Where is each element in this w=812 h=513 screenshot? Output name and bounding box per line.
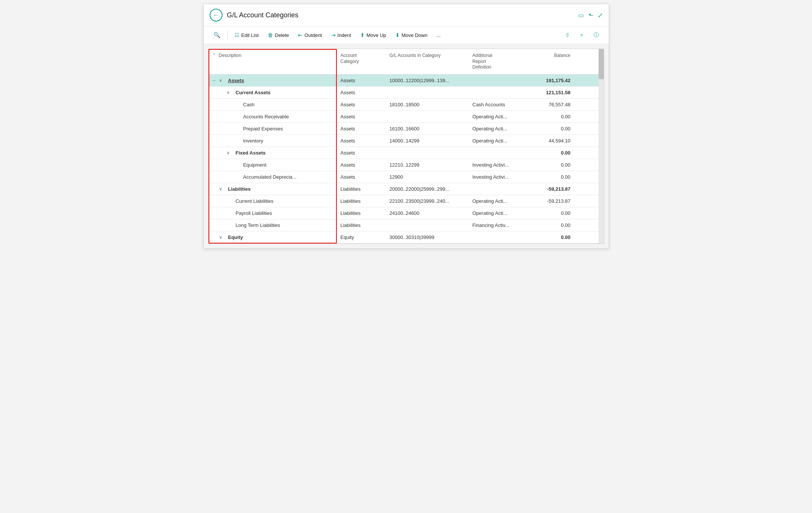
table-row[interactable]: EquipmentAssets12210..12299Investing Act… [209, 159, 604, 171]
table-row[interactable]: CashAssets18100..18500Cash Accounts76,55… [209, 99, 604, 111]
description-text: Inventory [242, 135, 265, 147]
gl-accounts-cell: 18100..18500 [386, 99, 469, 110]
gl-accounts-cell [386, 113, 469, 119]
balance-cell: 0.00 [529, 219, 574, 231]
filter-button[interactable]: ▿ [577, 30, 587, 40]
add-report-cell: Cash Accounts [469, 99, 529, 110]
open-external-icon[interactable]: ⬑ [588, 12, 593, 19]
balance-cell: 76,557.48 [529, 99, 574, 110]
table-row[interactable]: Payroll LiabilitiesLiabilities24100..246… [209, 207, 604, 219]
scroll-col [574, 210, 583, 216]
chevron-icon[interactable]: ∨ [219, 235, 225, 240]
table-row[interactable]: Current LiabilitiesLiabilities22100..235… [209, 195, 604, 207]
account-category-cell: Liabilities [337, 207, 386, 219]
edit-list-label: Edit List [241, 32, 259, 38]
indent-button[interactable]: ⇥ Indent [327, 30, 355, 40]
toolbar-separator-1 [227, 31, 228, 40]
table-row[interactable]: ∨Current AssetsAssets121,151.58 [209, 87, 604, 99]
gl-accounts-cell: 30000..30310|39999 [386, 231, 469, 243]
info-button[interactable]: ⓘ [590, 29, 603, 41]
toolbar: 🔍 ☷ Edit List 🗑 Delete ⇤ Outdent ⇥ Inden… [204, 26, 609, 44]
table-row[interactable]: ∨EquityEquity30000..30310|399990.00 [209, 231, 604, 243]
desc-cell: Inventory [209, 135, 337, 147]
description-text: Accumulated Deprecia... [242, 171, 298, 183]
table-row[interactable]: Accumulated Deprecia...Assets12900Invest… [209, 171, 604, 183]
table-row[interactable]: ∨Fixed AssetsAssets0.00 [209, 147, 604, 159]
add-report-cell: Operating Acti... [469, 207, 529, 219]
title-bar: ← G/L Account Categories ▭ ⬑ ⤢ [204, 4, 609, 26]
back-button[interactable]: ← [210, 9, 223, 21]
account-category-cell: Assets [337, 171, 386, 183]
desc-cell: Equipment [209, 159, 337, 171]
edit-list-button[interactable]: ☷ Edit List [231, 30, 262, 40]
balance-cell: 0.00 [529, 111, 574, 123]
col-header-account-category: AccountCategory [337, 51, 386, 72]
gl-accounts-cell: 24100..24600 [386, 207, 469, 219]
balance-cell: 0.00 [529, 231, 574, 243]
gl-accounts-cell: 20000..22000|25999..299... [386, 183, 469, 195]
expand-icon[interactable]: ⤢ [598, 12, 603, 19]
chevron-icon[interactable]: ∨ [219, 78, 225, 83]
move-up-button[interactable]: ⬆ Move Up [356, 30, 390, 40]
move-down-button[interactable]: ⬇ Move Down [391, 30, 431, 40]
add-report-cell: Operating Acti... [469, 195, 529, 207]
gl-accounts-cell: 12210..12299 [386, 159, 469, 171]
scroll-col [574, 89, 583, 95]
table-row[interactable]: Long Term LiabilitiesLiabilitiesFinancin… [209, 219, 604, 231]
scroll-col [574, 101, 583, 107]
scroll-col [574, 113, 583, 119]
desc-cell: Accounts Receivable [209, 111, 337, 123]
account-category-cell: Assets [337, 147, 386, 159]
outdent-icon: ⇤ [298, 32, 302, 38]
gl-accounts-cell: 12900 [386, 171, 469, 183]
search-button[interactable]: 🔍 [210, 29, 224, 41]
description-text: Prepaid Expenses [242, 123, 285, 135]
add-report-cell [469, 77, 529, 83]
balance-cell: -59,213.87 [529, 195, 574, 207]
chevron-icon[interactable]: ∨ [227, 90, 233, 95]
col-header-description: ⌃ Description [209, 51, 337, 72]
scroll-col [574, 138, 583, 144]
table-row[interactable]: InventoryAssets14000..14299Operating Act… [209, 135, 604, 147]
sort-icon: ⌃ [212, 53, 216, 58]
edit-list-icon: ☷ [235, 32, 239, 38]
table-row[interactable]: ∨LiabilitiesLiabilities20000..22000|2599… [209, 183, 604, 195]
account-category-cell: Assets [337, 75, 386, 86]
move-down-icon: ⬇ [395, 32, 400, 38]
desc-cell: ∨Fixed Assets [209, 147, 337, 159]
filter-icon: ▿ [580, 32, 583, 38]
move-down-label: Move Down [402, 32, 428, 38]
scroll-col [574, 198, 583, 204]
chevron-icon[interactable]: ∨ [227, 150, 233, 155]
balance-cell: 0.00 [529, 171, 574, 183]
scroll-col [574, 222, 583, 228]
search-icon: 🔍 [213, 32, 221, 38]
move-up-label: Move Up [367, 32, 386, 38]
share-icon: ⇧ [565, 32, 570, 38]
share-button[interactable]: ⇧ [562, 30, 574, 40]
delete-button[interactable]: 🗑 Delete [264, 30, 293, 40]
desc-cell: ∨Liabilities [209, 183, 337, 195]
indent-icon: ⇥ [331, 32, 336, 38]
add-report-cell [469, 89, 529, 95]
toolbar-right: ⇧ ▿ ⓘ [562, 29, 603, 41]
table-row[interactable]: Accounts ReceivableAssetsOperating Acti.… [209, 111, 604, 123]
bookmark-icon[interactable]: ▭ [578, 12, 584, 19]
table-row[interactable]: →∨AssetsAssets10000..12200|12999..139...… [209, 75, 604, 87]
scrollbar-thumb[interactable] [599, 49, 604, 79]
scrollbar-track[interactable] [599, 49, 604, 243]
scroll-area: ⌃ Description AccountCategory G/L Accoun… [209, 49, 604, 243]
col-header-gl-accounts: G/L Accounts in Category [386, 51, 469, 72]
chevron-icon[interactable]: ∨ [219, 187, 225, 191]
outdent-button[interactable]: ⇤ Outdent [294, 30, 325, 40]
table-row[interactable]: Prepaid ExpensesAssets16100..16600Operat… [209, 123, 604, 135]
account-category-cell: Liabilities [337, 195, 386, 207]
more-button[interactable]: ... [433, 30, 444, 40]
description-text: Current Assets [234, 87, 272, 98]
table-rows-container: →∨AssetsAssets10000..12200|12999..139...… [209, 75, 604, 243]
scroll-col [574, 126, 583, 132]
add-report-cell: Investing Activi... [469, 171, 529, 183]
description-text: Long Term Liabilities [234, 219, 282, 231]
description-text: Fixed Assets [234, 147, 267, 159]
more-label: ... [436, 32, 441, 38]
